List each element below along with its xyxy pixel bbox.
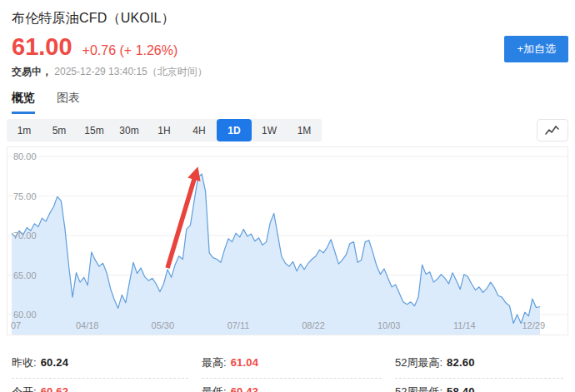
- status-row: 交易中， 2025-12-29 13:40:15（北京时间）: [12, 65, 568, 79]
- stat-label: 最高:: [202, 356, 227, 369]
- stat-label: 52周最低:: [395, 385, 442, 392]
- x-axis-label: 10/03: [378, 320, 401, 330]
- stat-value: 60.62: [41, 385, 69, 392]
- price-change: +0.76 (+ 1.26%): [82, 43, 178, 58]
- stat-value: 61.04: [231, 356, 259, 369]
- stat-item: 最高:61.04: [202, 350, 382, 379]
- timeframe-button-1m[interactable]: 1M: [287, 119, 322, 141]
- stat-item: 52周最低:58.40: [395, 379, 563, 392]
- timeframe-button-5m[interactable]: 5m: [42, 119, 77, 141]
- x-axis-label: 04/18: [76, 320, 99, 330]
- stats-column: 52周最高:82.6052周最低:58.40: [395, 350, 563, 392]
- timeframe-button-1d[interactable]: 1D: [217, 119, 252, 141]
- x-axis-label: 12/29: [522, 320, 545, 330]
- stats-grid: 昨收:60.24今开:60.62最高:61.04最低:60.4352周最高:82…: [12, 350, 563, 392]
- price-chart[interactable]: 80.0075.0070.0065.0060.000704/1805/3007/…: [7, 146, 568, 335]
- trading-status: 交易中，: [12, 66, 52, 77]
- stats-column: 最高:61.04最低:60.43: [202, 350, 382, 392]
- stat-label: 昨收:: [12, 356, 37, 369]
- y-axis-label: 80.00: [13, 151, 37, 161]
- quote-header: 布伦特原油CFD（UKOIL） +加自选 61.00 +0.76 (+ 1.26…: [0, 0, 575, 79]
- stat-item: 今开:60.62: [12, 379, 188, 392]
- y-axis-label: 75.00: [13, 191, 37, 201]
- stat-item: 最低:60.43: [202, 379, 382, 392]
- trend-line-icon: [544, 124, 561, 137]
- timeframe-row: 1m5m15m30m1H4H1D1W1M: [7, 119, 568, 141]
- stats-column: 昨收:60.24今开:60.62: [12, 350, 188, 392]
- add-watchlist-button[interactable]: +加自选: [504, 36, 568, 62]
- stat-value: 60.43: [231, 385, 259, 392]
- stat-label: 最低:: [202, 385, 227, 392]
- quote-page: 布伦特原油CFD（UKOIL） +加自选 61.00 +0.76 (+ 1.26…: [0, 0, 575, 392]
- tab-overview[interactable]: 概览: [12, 91, 35, 114]
- stat-label: 今开:: [12, 385, 37, 392]
- timeframe-button-4h[interactable]: 4H: [182, 119, 217, 141]
- x-axis-label: 11/14: [453, 320, 476, 330]
- stat-label: 52周最高:: [395, 356, 442, 369]
- stat-value: 60.24: [41, 356, 69, 369]
- timeframe-strip: 1m5m15m30m1H4H1D1W1M: [7, 119, 322, 141]
- timeframe-button-1h[interactable]: 1H: [147, 119, 182, 141]
- stat-item: 昨收:60.24: [12, 350, 188, 379]
- x-axis-label: 05/30: [152, 320, 175, 330]
- timeframe-button-1w[interactable]: 1W: [252, 119, 287, 141]
- annotation-arrow-head: [188, 166, 200, 181]
- last-price: 61.00: [12, 35, 72, 59]
- timeframe-button-15m[interactable]: 15m: [77, 119, 112, 141]
- timeframe-button-30m[interactable]: 30m: [112, 119, 147, 141]
- quote-timestamp: 2025-12-29 13:40:15（北京时间）: [54, 66, 207, 77]
- stat-value: 58.40: [447, 385, 475, 392]
- y-axis-label: 60.00: [13, 310, 37, 320]
- instrument-title: 布伦特原油CFD（UKOIL）: [12, 10, 568, 27]
- price-row: 61.00 +0.76 (+ 1.26%): [12, 35, 568, 59]
- stat-value: 82.60: [447, 356, 475, 369]
- y-axis-label: 70.00: [13, 231, 37, 241]
- y-axis-label: 65.00: [13, 270, 37, 280]
- timeframe-button-1m[interactable]: 1m: [7, 119, 42, 141]
- view-tabs: 概览 图表: [0, 91, 575, 114]
- tab-chart[interactable]: 图表: [57, 91, 80, 114]
- chart-type-button[interactable]: [537, 119, 568, 141]
- x-axis-label: 07: [11, 320, 21, 330]
- x-axis-label: 08/22: [302, 320, 325, 330]
- stat-item: 52周最高:82.60: [395, 350, 563, 379]
- x-axis-label: 07/11: [228, 320, 250, 330]
